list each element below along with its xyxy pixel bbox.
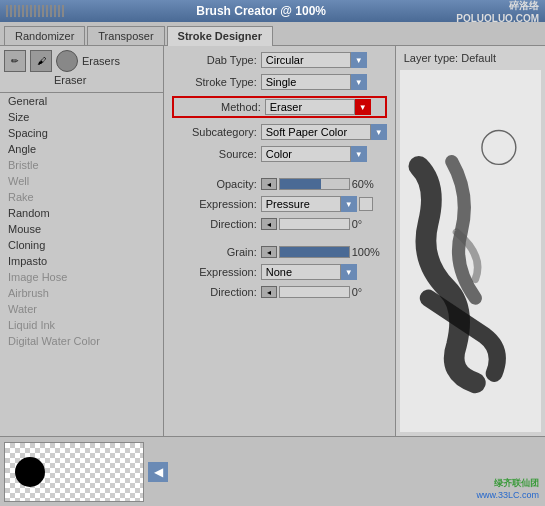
- expression-arrow-icon[interactable]: ▼: [341, 196, 357, 212]
- source-text: Color: [261, 146, 351, 162]
- source-arrow-icon[interactable]: ▼: [351, 146, 367, 162]
- tab-randomizer[interactable]: Randomizer: [4, 26, 85, 45]
- nav-left-arrow[interactable]: ◀: [148, 462, 168, 482]
- eraser-bottom-row: Eraser: [4, 74, 159, 86]
- stroke-type-value: Single ▼: [261, 74, 387, 90]
- eraser-circle-icon: [56, 50, 78, 72]
- dab-type-arrow-icon[interactable]: ▼: [351, 52, 367, 68]
- expression2-arrow-icon[interactable]: ▼: [341, 264, 357, 280]
- opacity-left-arrow[interactable]: ◂: [261, 178, 277, 190]
- left-panel: ✏ 🖌 Erasers Eraser General Size Spacing …: [0, 46, 164, 436]
- method-text: Eraser: [265, 99, 355, 115]
- watermark-container: 绿齐联仙团 www.33LC.com: [476, 477, 539, 502]
- direction2-left-arrow[interactable]: ◂: [261, 286, 277, 298]
- grain-percent: 100%: [352, 246, 387, 258]
- bottom-preview: [4, 442, 144, 502]
- category-rake: Rake: [0, 189, 163, 205]
- subcategory-arrow-icon[interactable]: ▼: [371, 124, 387, 140]
- method-dropdown[interactable]: Eraser ▼: [265, 99, 371, 115]
- source-dropdown[interactable]: Color ▼: [261, 146, 367, 162]
- stroke-type-text: Single: [261, 74, 351, 90]
- preview-canvas: [400, 70, 541, 432]
- grain-left-arrow[interactable]: ◂: [261, 246, 277, 258]
- app-title: Brush Creator @ 100%: [66, 4, 456, 18]
- tab-stroke-designer[interactable]: Stroke Designer: [167, 26, 273, 46]
- direction2-value: ◂ 0°: [261, 286, 387, 298]
- opacity-slider[interactable]: [279, 178, 350, 190]
- settings-panel: Dab Type: Circular ▼ Stroke Type: Single…: [164, 46, 395, 436]
- category-size[interactable]: Size: [0, 109, 163, 125]
- expression2-label: Expression:: [172, 266, 257, 278]
- category-spacing[interactable]: Spacing: [0, 125, 163, 141]
- direction-left-arrow[interactable]: ◂: [261, 218, 277, 230]
- category-bristle: Bristle: [0, 157, 163, 173]
- bottom-dot-preview: [15, 457, 45, 487]
- grain-value: ◂ 100%: [261, 246, 387, 258]
- category-airbrush: Airbrush: [0, 285, 163, 301]
- svg-point-0: [482, 130, 516, 164]
- expression-row: Expression: Pressure ▼: [172, 196, 387, 212]
- eraser-label: Eraser: [54, 74, 86, 86]
- dab-type-label: Dab Type:: [172, 54, 257, 66]
- direction-degrees: 0°: [352, 218, 387, 230]
- method-row: Method: Eraser ▼: [172, 96, 387, 118]
- category-cloning[interactable]: Cloning: [0, 237, 163, 253]
- expression-text: Pressure: [261, 196, 341, 212]
- source-row: Source: Color ▼: [172, 146, 387, 162]
- dab-type-row: Dab Type: Circular ▼: [172, 52, 387, 68]
- title-bar-grip: [6, 5, 66, 17]
- expression2-dropdown[interactable]: None ▼: [261, 264, 357, 280]
- stroke-type-dropdown[interactable]: Single ▼: [261, 74, 367, 90]
- tabs-row: Randomizer Transposer Stroke Designer: [0, 22, 545, 46]
- dab-type-text: Circular: [261, 52, 351, 68]
- divider-2: [172, 236, 387, 242]
- direction-value: ◂ 0°: [261, 218, 387, 230]
- watermark-line2: www.33LC.com: [476, 489, 539, 502]
- subcategory-row: Subcategory: Soft Paper Color ▼: [172, 124, 387, 140]
- category-general[interactable]: General: [0, 93, 163, 109]
- subcategory-label: Subcategory:: [172, 126, 257, 138]
- stroke-type-row: Stroke Type: Single ▼: [172, 74, 387, 90]
- source-label: Source:: [172, 148, 257, 160]
- stroke-type-arrow-icon[interactable]: ▼: [351, 74, 367, 90]
- category-liquid-ink: Liquid Ink: [0, 317, 163, 333]
- subcategory-dropdown[interactable]: Soft Paper Color ▼: [261, 124, 387, 140]
- bottom-area: ◀ 绿齐联仙团 www.33LC.com: [0, 436, 545, 506]
- direction-label: Direction:: [172, 218, 257, 230]
- expression-dropdown[interactable]: Pressure ▼: [261, 196, 357, 212]
- direction2-label: Direction:: [172, 286, 257, 298]
- eraser-brush-icon: 🖌: [30, 50, 52, 72]
- direction2-row: Direction: ◂ 0°: [172, 286, 387, 298]
- watermark-line1: 绿齐联仙团: [476, 477, 539, 490]
- source-value: Color ▼: [261, 146, 387, 162]
- tab-transposer[interactable]: Transposer: [87, 26, 164, 45]
- method-arrow-icon[interactable]: ▼: [355, 99, 371, 115]
- category-mouse[interactable]: Mouse: [0, 221, 163, 237]
- opacity-row: Opacity: ◂ 60%: [172, 178, 387, 190]
- layer-type-label: Layer type: Default: [400, 50, 541, 66]
- divider-1: [172, 168, 387, 174]
- main-container: Randomizer Transposer Stroke Designer ✏ …: [0, 22, 545, 506]
- expression2-text: None: [261, 264, 341, 280]
- direction2-slider[interactable]: [279, 286, 350, 298]
- direction2-degrees: 0°: [352, 286, 387, 298]
- category-water: Water: [0, 301, 163, 317]
- category-random[interactable]: Random: [0, 205, 163, 221]
- grain-label: Grain:: [172, 246, 257, 258]
- category-digital-water: Digital Water Color: [0, 333, 163, 349]
- category-list: General Size Spacing Angle Bristle Well …: [0, 93, 163, 436]
- direction-row: Direction: ◂ 0°: [172, 218, 387, 230]
- dab-type-dropdown[interactable]: Circular ▼: [261, 52, 367, 68]
- brush-preview-svg: [400, 70, 541, 432]
- expression2-row: Expression: None ▼: [172, 264, 387, 280]
- eraser-top-row: ✏ 🖌 Erasers: [4, 50, 159, 72]
- stroke-type-label: Stroke Type:: [172, 76, 257, 88]
- content-area: ✏ 🖌 Erasers Eraser General Size Spacing …: [0, 46, 545, 436]
- expression-label: Expression:: [172, 198, 257, 210]
- grain-slider[interactable]: [279, 246, 350, 258]
- category-well: Well: [0, 173, 163, 189]
- category-impasto[interactable]: Impasto: [0, 253, 163, 269]
- direction-slider[interactable]: [279, 218, 350, 230]
- category-angle[interactable]: Angle: [0, 141, 163, 157]
- expression-checkbox[interactable]: [359, 197, 373, 211]
